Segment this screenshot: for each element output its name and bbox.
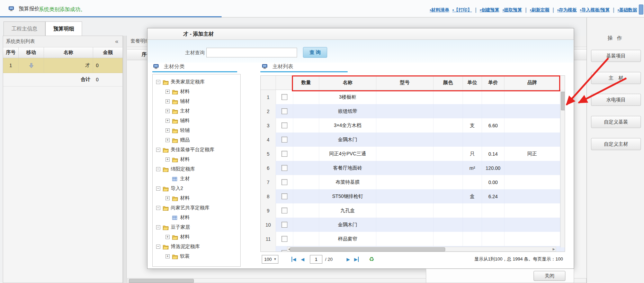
- page-size-select[interactable]: 100▼: [262, 255, 278, 264]
- header-link-3-1[interactable]: •导入模板/预算: [580, 7, 610, 13]
- tree-node-17[interactable]: −博洛泥定额库: [153, 242, 240, 252]
- row-checkbox[interactable]: [281, 236, 287, 242]
- list-vertical-scrollbar[interactable]: [560, 90, 565, 247]
- page-hscroll-thumb[interactable]: [129, 279, 194, 283]
- cell-price: 0.00: [482, 175, 504, 189]
- row-checkbox[interactable]: [281, 94, 287, 100]
- row-checkbox[interactable]: [281, 165, 287, 171]
- expand-icon[interactable]: +: [166, 109, 170, 113]
- pager-prev-button[interactable]: ◀: [301, 257, 304, 262]
- panel-splitter[interactable]: [123, 36, 127, 283]
- table-row[interactable]: 5同正4分PVC三通只0.14同正: [261, 147, 565, 161]
- tree-node-5[interactable]: +轻辅: [153, 126, 240, 135]
- tree-node-15[interactable]: −豆子家居: [153, 222, 240, 232]
- ops-button-2[interactable]: 水电项目: [591, 94, 641, 106]
- pager-last-button[interactable]: ▶: [354, 257, 359, 262]
- search-input[interactable]: [206, 48, 297, 57]
- cell-name: 九孔盒: [319, 203, 376, 218]
- tree-node-2[interactable]: +辅材: [153, 97, 240, 106]
- tab-project-info[interactable]: 工程主信息: [3, 21, 45, 36]
- expand-icon[interactable]: +: [166, 99, 170, 103]
- cell-price: 0.14: [482, 147, 504, 161]
- collapse-icon[interactable]: −: [156, 148, 160, 152]
- expand-icon[interactable]: +: [166, 128, 170, 133]
- table-row[interactable]: 13楼橱柜: [261, 90, 565, 104]
- tree-node-18[interactable]: +软装: [153, 252, 240, 261]
- header-link-4-0[interactable]: •基础数据: [617, 7, 637, 13]
- ops-button-0[interactable]: 基装项目: [591, 50, 641, 62]
- tree-node-14[interactable]: −材料: [153, 213, 240, 222]
- table-row[interactable]: 33×4全方木档支6.60: [261, 118, 565, 133]
- tab-budget-detail[interactable]: 预算明细: [45, 21, 82, 36]
- system-category-row[interactable]: 1 才 0: [3, 58, 123, 73]
- pager-next-button[interactable]: ▶: [347, 257, 350, 262]
- refresh-icon[interactable]: ♻: [369, 256, 374, 263]
- table-row[interactable]: 11样品窗帘: [261, 232, 565, 246]
- expand-icon[interactable]: +: [166, 119, 170, 123]
- row-checkbox[interactable]: [281, 179, 287, 185]
- collapse-icon[interactable]: −: [156, 80, 160, 84]
- tree-node-12[interactable]: +材料: [153, 193, 240, 203]
- expand-icon[interactable]: +: [166, 157, 170, 162]
- tree-node-0[interactable]: −美美家居定额库: [153, 77, 240, 87]
- row-checkbox[interactable]: [281, 122, 287, 128]
- ops-button-1[interactable]: 主 材: [591, 72, 641, 84]
- table-row[interactable]: 6客餐厅地面砖m²120.00: [261, 161, 565, 175]
- hscroll-right-arrow[interactable]: ▶: [553, 247, 555, 251]
- tree-node-8[interactable]: +材料: [153, 155, 240, 164]
- list-hscroll-thumb[interactable]: [290, 247, 445, 252]
- collapse-icon[interactable]: −: [156, 245, 160, 249]
- header-link-1-0[interactable]: •创建预算: [480, 7, 500, 13]
- collapse-icon[interactable]: −: [156, 225, 160, 229]
- header-link-1-1[interactable]: •提取预算: [502, 7, 522, 13]
- expand-icon[interactable]: +: [166, 196, 170, 200]
- ops-button-4[interactable]: 自定义主材: [591, 138, 641, 150]
- collapse-panel-icon[interactable]: «: [115, 38, 118, 45]
- header-link-0-0[interactable]: •材料清单: [430, 7, 449, 13]
- tree-node-1[interactable]: +材料: [153, 87, 240, 97]
- pager-page-input[interactable]: [310, 255, 322, 264]
- table-row[interactable]: 9九孔盒: [261, 203, 565, 218]
- row-checkbox[interactable]: [281, 222, 287, 228]
- expand-icon[interactable]: +: [166, 138, 170, 142]
- list-section-title-wrap: 主材列表: [262, 63, 293, 70]
- tree-node-13[interactable]: −尚家艺共享定额库: [153, 203, 240, 213]
- row-checkbox[interactable]: [281, 137, 287, 143]
- collapse-icon[interactable]: −: [156, 186, 160, 191]
- tree-title-underline: [152, 71, 237, 72]
- tree-node-16[interactable]: +材料: [153, 232, 240, 242]
- header-link-0-1[interactable]: •【打印】: [453, 7, 472, 13]
- tree-node-4[interactable]: +辅料: [153, 116, 240, 126]
- table-row[interactable]: 4金隅木门: [261, 133, 565, 147]
- corner-scroll-chip[interactable]: [639, 4, 643, 15]
- expand-icon[interactable]: +: [166, 254, 170, 258]
- list-horizontal-scrollbar[interactable]: ◀ ▶: [287, 247, 556, 252]
- collapse-icon[interactable]: −: [156, 167, 160, 171]
- row-checkbox[interactable]: [281, 108, 287, 114]
- list-vscroll-thumb[interactable]: [561, 92, 565, 110]
- expand-icon[interactable]: +: [166, 235, 170, 239]
- row-checkbox[interactable]: [281, 151, 287, 157]
- search-button[interactable]: 查 询: [303, 47, 327, 58]
- header-link-3-0[interactable]: •存为模板: [557, 7, 577, 13]
- table-row[interactable]: 7布菜特基膜0.00: [261, 175, 565, 189]
- row-checkbox[interactable]: [281, 193, 287, 199]
- pager-first-button[interactable]: ◀: [292, 257, 296, 262]
- tree-node-6[interactable]: +赠品: [153, 135, 240, 145]
- row-checkbox[interactable]: [281, 250, 287, 252]
- expand-icon[interactable]: +: [166, 90, 170, 94]
- header-link-2-0[interactable]: •刷新定额: [530, 7, 549, 13]
- tree-node-10[interactable]: −主材: [153, 174, 240, 184]
- tree-node-9[interactable]: −绵阳定额库: [153, 164, 240, 174]
- collapse-icon[interactable]: −: [156, 206, 160, 210]
- tree-node-7[interactable]: −美佳装修平台定额库: [153, 145, 240, 155]
- tree-node-3[interactable]: +主材: [153, 106, 240, 116]
- arrow-down-icon[interactable]: [19, 58, 44, 73]
- row-checkbox[interactable]: [281, 208, 287, 213]
- close-button[interactable]: 关闭: [534, 271, 565, 281]
- table-row[interactable]: 8ST50钢排枪钉盒6.24: [261, 189, 565, 203]
- table-row[interactable]: 2嵌缝纸带: [261, 104, 565, 118]
- ops-button-3[interactable]: 自定义基装: [591, 116, 641, 128]
- tree-node-11[interactable]: −导入2: [153, 184, 240, 193]
- table-row[interactable]: 10金隅木门: [261, 218, 565, 232]
